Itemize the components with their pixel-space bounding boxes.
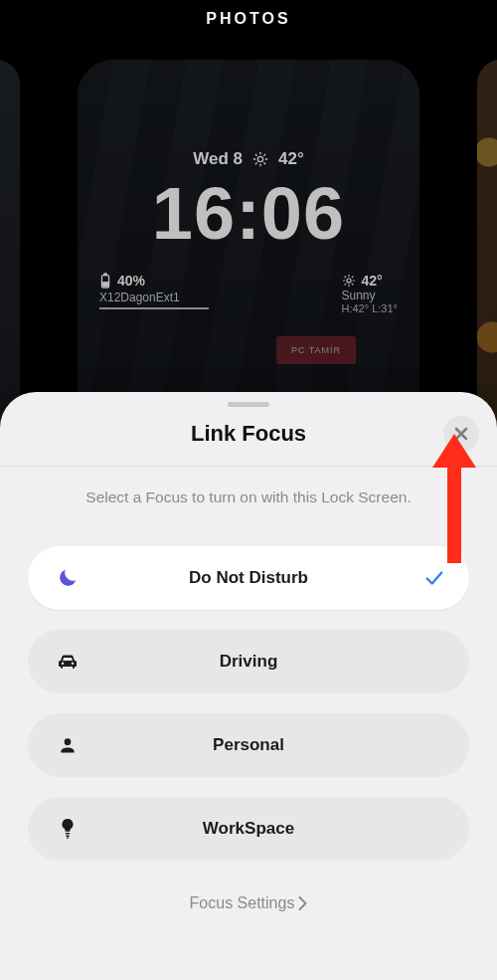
focus-settings-label: Focus Settings (190, 894, 295, 912)
sheet-title: Link Focus (191, 421, 306, 447)
svg-rect-10 (104, 274, 107, 276)
lockscreen-date-row: Wed 8 42° (78, 149, 419, 169)
close-icon (454, 427, 468, 441)
lockscreen-temp: 42° (278, 149, 304, 169)
sheet-header: Link Focus (0, 406, 497, 462)
focus-item-driving[interactable]: Driving (28, 630, 469, 693)
check-icon (423, 567, 445, 589)
lockscreen-widgets: 40% X12DagonExt1 42° Sunny H:42° L:31° (78, 273, 419, 314)
svg-line-4 (264, 163, 265, 164)
focus-label: WorkSpace (82, 819, 443, 839)
wifi-name: X12DagonExt1 (99, 291, 209, 309)
weather-condition: Sunny (342, 289, 399, 302)
battery-percent: 40% (117, 273, 145, 289)
focus-label: Do Not Disturb (82, 568, 443, 588)
svg-rect-23 (66, 835, 70, 836)
svg-rect-22 (66, 833, 71, 835)
gallery-title: PHOTOS (0, 10, 497, 28)
svg-point-21 (65, 738, 72, 745)
battery-widget: 40% X12DagonExt1 (99, 273, 209, 314)
sun-icon (252, 151, 268, 167)
focus-item-do-not-disturb[interactable]: Do Not Disturb (28, 546, 469, 610)
battery-icon (99, 273, 111, 289)
svg-line-19 (344, 284, 345, 285)
car-icon (54, 650, 82, 674)
focus-settings-link[interactable]: Focus Settings (28, 894, 469, 912)
svg-rect-11 (103, 283, 107, 287)
svg-line-16 (352, 284, 353, 285)
weather-temp: 42° (362, 273, 383, 289)
focus-item-workspace[interactable]: WorkSpace (28, 797, 469, 861)
svg-line-7 (255, 163, 256, 164)
focus-list: Do Not Disturb Driving Personal (28, 546, 469, 861)
focus-item-personal[interactable]: Personal (28, 713, 469, 777)
lockscreen-date: Wed 8 (193, 149, 243, 169)
link-focus-sheet: Link Focus Select a Focus to turn on wit… (0, 392, 497, 980)
lightbulb-icon (54, 818, 82, 840)
focus-label: Driving (82, 652, 443, 672)
weather-hilo: H:42° L:31° (342, 302, 399, 314)
focus-label: Personal (82, 735, 443, 755)
svg-point-12 (346, 279, 350, 283)
svg-line-20 (352, 277, 353, 278)
person-icon (54, 735, 82, 755)
moon-icon (54, 567, 82, 589)
svg-line-3 (255, 154, 256, 155)
sun-small-icon (342, 274, 356, 288)
svg-rect-24 (67, 838, 69, 839)
svg-line-15 (344, 277, 345, 278)
lockscreen-time: 16:06 (78, 171, 419, 256)
weather-widget: 42° Sunny H:42° L:31° (342, 273, 399, 314)
sheet-subtitle: Select a Focus to turn on with this Lock… (28, 489, 469, 506)
svg-line-8 (264, 154, 265, 155)
chevron-right-icon (298, 896, 307, 910)
background-sign: PC TAMİR (276, 336, 356, 364)
svg-point-0 (257, 156, 262, 161)
close-button[interactable] (443, 416, 479, 452)
